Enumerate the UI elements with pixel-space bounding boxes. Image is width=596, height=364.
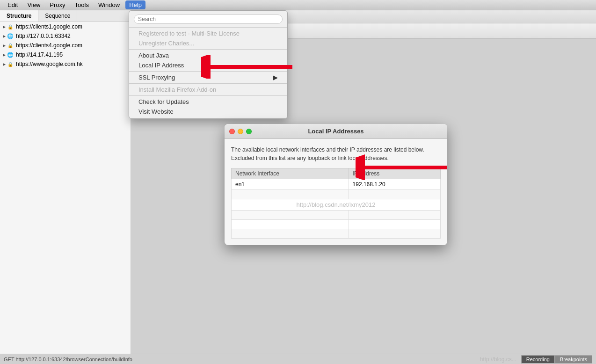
help-menu-firefox-addon[interactable]: Install Mozilla Firefox Add-on	[129, 85, 287, 95]
statusbar: GET http://127.0.0.1:63342/browserConnec…	[0, 354, 596, 364]
table-row-watermark: http://blog.csdn.net/lxmy2012	[232, 199, 441, 211]
status-text: GET http://127.0.0.1:63342/browserConnec…	[4, 357, 132, 362]
col-header-interface: Network Interface	[232, 168, 349, 179]
menu-view[interactable]: View	[23, 0, 44, 9]
help-menu-check-updates[interactable]: Check for Updates	[129, 97, 287, 107]
table-row-empty	[232, 211, 441, 220]
dialog-title: Local IP Addresses	[308, 128, 363, 135]
menubar: Edit View Proxy Tools Window Help	[0, 0, 596, 10]
red-arrow-ip-address	[356, 154, 449, 180]
red-arrow-local-ip	[201, 55, 295, 79]
sidebar-item[interactable]: ▶ 🌐 http://127.0.0.1:63342	[0, 31, 131, 41]
divider	[129, 95, 287, 96]
tab-sequence[interactable]: Sequence	[38, 10, 77, 22]
watermark-text: http://blog.csdn.net/lxmy2012	[232, 199, 441, 211]
help-menu-visit-website[interactable]: Visit Website	[129, 107, 287, 116]
table-row-empty	[232, 220, 441, 229]
sidebar: Structure Sequence ▶ 🔒 https://clients1.…	[0, 10, 131, 354]
divider	[129, 49, 287, 50]
divider	[129, 27, 287, 28]
help-search-container	[129, 13, 287, 26]
status-badges: Recording Breakpoints	[521, 355, 592, 364]
menu-proxy[interactable]: Proxy	[46, 0, 69, 9]
recording-badge[interactable]: Recording	[521, 355, 555, 364]
sidebar-item[interactable]: ▶ 🔒 https://clients4.google.com	[0, 41, 131, 50]
sidebar-tabs: Structure Sequence	[0, 10, 131, 22]
table-row-empty	[232, 190, 441, 199]
sidebar-item[interactable]: ▶ 🔒 https://www.google.com.hk	[0, 59, 131, 69]
menu-window[interactable]: Window	[94, 0, 124, 9]
cell-ip: 192.168.1.20	[349, 179, 440, 190]
close-button[interactable]	[229, 129, 235, 134]
menu-help[interactable]: Help	[125, 0, 145, 9]
help-search-input[interactable]	[134, 15, 283, 24]
menu-edit[interactable]: Edit	[4, 0, 22, 9]
help-menu-unregister[interactable]: Unregister Charles...	[129, 38, 287, 48]
watermark-status: http://blog.cs...	[480, 356, 516, 363]
divider	[129, 83, 287, 84]
table-row: en1 192.168.1.20	[232, 179, 441, 190]
ip-dialog: Local IP Addresses The available local n…	[225, 124, 447, 245]
cell-interface: en1	[232, 179, 349, 190]
maximize-button[interactable]	[246, 129, 252, 134]
help-menu-registered: Registered to test - Multi-Site License	[129, 29, 287, 38]
breakpoints-badge[interactable]: Breakpoints	[555, 355, 592, 364]
sidebar-item[interactable]: ▶ 🔒 https://clients1.google.com	[0, 22, 131, 31]
tab-structure[interactable]: Structure	[0, 10, 38, 22]
minimize-button[interactable]	[238, 129, 243, 134]
menu-tools[interactable]: Tools	[71, 0, 93, 9]
table-row-empty	[232, 229, 441, 239]
dialog-titlebar: Local IP Addresses	[225, 124, 447, 139]
sidebar-item[interactable]: ▶ 🌐 http://14.17.41.195	[0, 50, 131, 59]
traffic-lights	[229, 129, 252, 134]
